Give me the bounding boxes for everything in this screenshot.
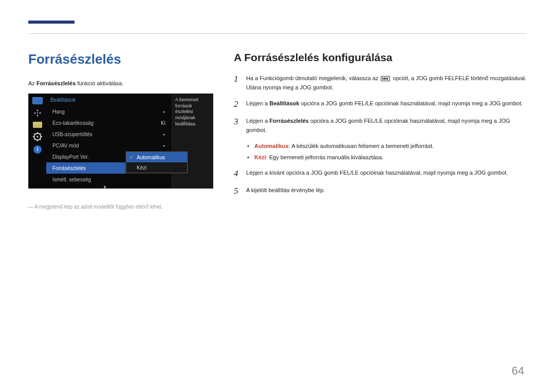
svg-point-6: [36, 136, 39, 138]
bullet-list: • Automatikus: A készülék automatikusan …: [247, 142, 527, 162]
svg-point-0: [37, 110, 39, 111]
step-4: 4 Lépjen a kívánt opcióra a JOG gomb FEL…: [234, 169, 527, 179]
bullet-auto: • Automatikus: A készülék automatikusan …: [247, 142, 527, 151]
step-number: 4: [234, 169, 246, 179]
menu-icon: [381, 76, 390, 81]
header-rule-line: [28, 33, 527, 34]
header-rule-thick: [28, 21, 75, 24]
osd-main: Beállítások Hang ▸ Eco-takarékosság Ki U…: [46, 94, 172, 188]
osd-item-usb[interactable]: USB-szupertöltés ▸: [46, 128, 172, 140]
steps-list: 1 Ha a Funkciógomb útmutató megjelenik, …: [234, 74, 527, 196]
page-number: 64: [512, 364, 524, 378]
bullet-dot: •: [247, 142, 254, 151]
osd-sidebar: i: [29, 94, 46, 188]
step-body: Lépjen a kívánt opcióra a JOG gomb FEL/L…: [246, 169, 527, 179]
osd-item-eco[interactable]: Eco-takarékosság Ki: [46, 117, 172, 128]
chevron-right-icon: ▸: [163, 109, 165, 114]
svg-point-3: [37, 115, 39, 117]
osd-item-hang[interactable]: Hang ▸: [46, 106, 172, 117]
osd-item-repeat[interactable]: Ismétl. sebesség: [46, 174, 172, 185]
intro-pre: Az: [28, 80, 36, 86]
svg-point-1: [34, 113, 36, 114]
step-number: 3: [234, 117, 246, 135]
step-body: A kijelölt beállítás érvénybe lép.: [246, 186, 527, 196]
step-1: 1 Ha a Funkciógomb útmutató megjelenik, …: [234, 74, 527, 92]
step-3: 3 Lépjen a Forrásészlelés opcióra a JOG …: [234, 117, 527, 135]
right-column: A Forrásészlelés konfigurálása 1 Ha a Fu…: [218, 51, 527, 210]
popup-item-auto[interactable]: Automatikus: [126, 152, 187, 162]
chevron-right-icon: ▸: [163, 132, 165, 137]
osd-description: A bemeneti források észlelési módjának b…: [172, 94, 213, 188]
intro-bold: Forrásészlelés: [36, 80, 76, 86]
step-body: Lépjen a Forrásészlelés opcióra a JOG go…: [246, 117, 527, 135]
osd-panel: i Beállítások Hang ▸ Eco-takarékosság Ki: [28, 94, 213, 189]
info-icon[interactable]: i: [33, 145, 42, 154]
tune-icon[interactable]: [32, 107, 43, 119]
display-icon[interactable]: [33, 122, 42, 128]
monitor-icon[interactable]: [32, 97, 43, 104]
osd-item-pcav[interactable]: PC/AV mód ▸: [46, 140, 172, 151]
svg-line-14: [40, 134, 41, 135]
footnote: ― A megjelenő kép az adott modelltől füg…: [28, 204, 218, 210]
step-body: Lépjen a Beállítások opcióra a JOG gomb …: [246, 99, 527, 109]
step-2: 2 Lépjen a Beállítások opcióra a JOG gom…: [234, 99, 527, 109]
step-body: Ha a Funkciógomb útmutató megjelenik, vá…: [246, 74, 527, 92]
bullet-manual: • Kézi: Egy bemeneti jelforrás manuális …: [247, 153, 527, 162]
popup-item-manual[interactable]: Kézi: [126, 162, 187, 173]
osd-menu-list: Hang ▸ Eco-takarékosság Ki USB-szupertöl…: [46, 106, 172, 193]
gear-icon[interactable]: [32, 131, 43, 142]
intro-text: Az Forrásészlelés funkció aktiválása.: [28, 80, 218, 86]
bullet-dot: •: [247, 153, 254, 162]
chevron-down-icon[interactable]: ▼: [46, 185, 172, 193]
step-number: 1: [234, 74, 246, 92]
step-number: 5: [234, 186, 246, 196]
osd-title: Beállítások: [46, 94, 172, 106]
osd-popup: Automatikus Kézi: [126, 152, 188, 173]
section-title: Forrásészlelés: [28, 51, 218, 67]
chevron-right-icon: ▸: [163, 143, 165, 148]
step-5: 5 A kijelölt beállítás érvénybe lép.: [234, 186, 527, 196]
svg-line-13: [34, 139, 35, 140]
svg-line-11: [34, 134, 35, 135]
subsection-title: A Forrásészlelés konfigurálása: [234, 51, 527, 64]
step-number: 2: [234, 99, 246, 109]
intro-post: funkció aktiválása.: [76, 80, 123, 86]
svg-point-4: [37, 113, 38, 114]
svg-point-2: [40, 113, 41, 114]
svg-line-12: [40, 139, 41, 140]
left-column: Forrásészlelés Az Forrásészlelés funkció…: [28, 51, 218, 210]
